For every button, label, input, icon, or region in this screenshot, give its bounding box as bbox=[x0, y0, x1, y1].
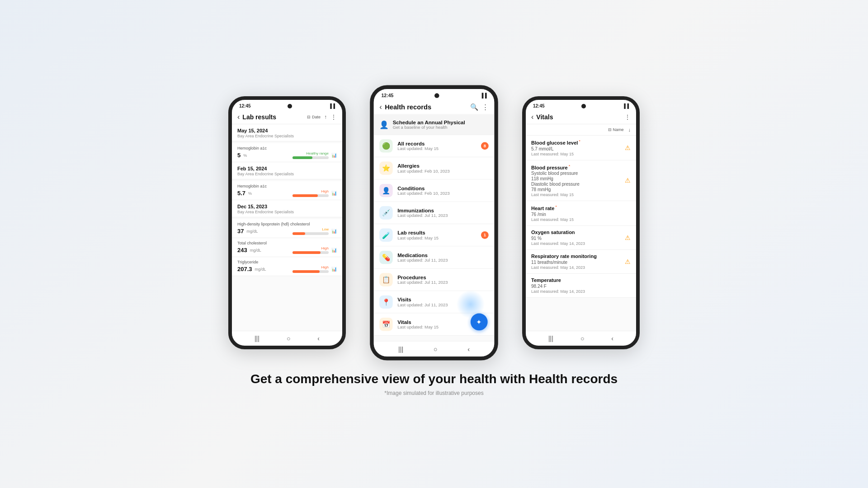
lab-bar-track-1 bbox=[292, 156, 329, 159]
lab-date-1: May 15, 2024 bbox=[237, 128, 337, 133]
nav-back-1[interactable]: ‹ bbox=[317, 335, 320, 342]
more-icon-1[interactable]: ⋮ bbox=[330, 113, 337, 121]
phone-lab-results: 12:45 ▐▐ ‹ Lab results ⊟ Date ↑ ⋮ May 15… bbox=[228, 96, 346, 349]
nav-home-3[interactable]: ○ bbox=[580, 335, 584, 342]
record-updated-lab: Last updated: May 15 bbox=[397, 235, 439, 240]
vital-blood-glucose[interactable]: Blood glucose level * 5.7 mmol/L Last me… bbox=[526, 136, 636, 160]
vital-heart-rate[interactable]: Heart rate * 76 /min Last measured: May … bbox=[526, 201, 636, 226]
camera-1 bbox=[288, 104, 292, 108]
signal-1: ▐▐ bbox=[329, 103, 335, 108]
vitals-sort-label[interactable]: ⊟ Name bbox=[608, 127, 624, 132]
lab-item-triglyceride[interactable]: Triglyceride 207.3 mg/dL High 📊 bbox=[232, 257, 342, 276]
signal-2: ▐▐ bbox=[480, 93, 487, 98]
warning-icon-respiratory: ⚠ bbox=[625, 258, 631, 265]
lab-bar-track-cholesterol bbox=[292, 251, 329, 254]
lab-item-hba1c-1[interactable]: Hemoglobin a1c 5 % Healthy range 📊 bbox=[232, 143, 342, 162]
lab-item-row-cholesterol: 243 mg/dL High 📊 bbox=[237, 246, 337, 254]
health-banner[interactable]: 👤 Schedule an Annual Physical Get a base… bbox=[374, 115, 495, 135]
vital-date-oxygen: Last measured: May 14, 2023 bbox=[531, 241, 631, 246]
record-text-immunizations: Immunizations Last updated: Jul 11, 2023 bbox=[397, 207, 448, 218]
nav-back-2[interactable]: ‹ bbox=[467, 345, 470, 353]
status-bar-1: 12:45 ▐▐ bbox=[232, 100, 342, 110]
more-icon-2[interactable]: ⋮ bbox=[482, 103, 489, 111]
record-name-immunizations: Immunizations bbox=[397, 207, 448, 213]
lab-chart-icon-triglyceride[interactable]: 📊 bbox=[331, 267, 337, 272]
lab-value-triglyceride: 207.3 bbox=[237, 266, 252, 272]
camera-2 bbox=[434, 93, 439, 98]
vital-name-oxygen: Oxygen saturation bbox=[531, 230, 631, 235]
vital-oxygen[interactable]: Oxygen saturation 91 % Last measured: Ma… bbox=[526, 226, 636, 250]
lab-item-hdl[interactable]: High-density lipoprotein (hdl) cholester… bbox=[232, 219, 342, 238]
warning-icon-bp: ⚠ bbox=[625, 177, 631, 184]
vital-name-bp: Blood pressure * bbox=[531, 164, 631, 170]
banner-title: Schedule an Annual Physical bbox=[393, 119, 465, 125]
lab-item-name-hba1c-1: Hemoglobin a1c bbox=[237, 146, 337, 150]
lab-date-3: Dec 15, 2023 bbox=[237, 204, 337, 209]
filter-icon-1[interactable]: ⊟ Date bbox=[307, 115, 321, 119]
lab-bar-fill-cholesterol bbox=[292, 251, 321, 254]
back-icon-2[interactable]: ‹ bbox=[379, 103, 382, 111]
record-immunizations[interactable]: 💉 Immunizations Last updated: Jul 11, 20… bbox=[374, 202, 495, 224]
record-text-medications: Medications Last updated: Jul 11, 2023 bbox=[397, 252, 448, 263]
health-records-title: Health records bbox=[385, 103, 470, 111]
lab-item-cholesterol[interactable]: Total cholesterol 243 mg/dL High 📊 bbox=[232, 238, 342, 257]
lab-chart-icon-1[interactable]: 📊 bbox=[331, 153, 337, 158]
record-name-procedures: Procedures bbox=[397, 274, 448, 280]
vital-date-respiratory: Last measured: May 14, 2023 bbox=[531, 265, 631, 270]
nav-home-2[interactable]: ○ bbox=[434, 345, 438, 353]
nav-home-1[interactable]: ○ bbox=[287, 335, 290, 342]
nav-bars-3[interactable]: ||| bbox=[548, 335, 553, 342]
record-medications[interactable]: 💊 Medications Last updated: Jul 11, 2023 bbox=[374, 247, 495, 269]
lab-unit-hba1c-1: % bbox=[243, 153, 247, 158]
record-visits[interactable]: 📍 Visits Last updated: Jul 11, 2023 bbox=[374, 291, 495, 313]
record-updated-medications: Last updated: Jul 11, 2023 bbox=[397, 258, 448, 263]
back-icon-3[interactable]: ‹ bbox=[531, 113, 533, 121]
phone-health-records: 12:45 ▐▐ ‹ Health records 🔍 ⋮ 👤 Schedule… bbox=[370, 85, 498, 361]
record-conditions[interactable]: 👤 Conditions Last updated: Feb 10, 2023 bbox=[374, 179, 495, 202]
lab-section-1: May 15, 2024 Bay Area Endocrine Speciali… bbox=[232, 124, 342, 141]
vitals-sort-arrow[interactable]: ↓ bbox=[628, 127, 631, 132]
lab-item-hba1c-2[interactable]: Hemoglobin a1c 5.7 % High 📊 bbox=[232, 181, 342, 200]
vitals-header: ‹ Vitals ⋮ bbox=[526, 110, 636, 124]
record-lab-results[interactable]: 🧪 Lab results Last updated: May 15 1 bbox=[374, 224, 495, 246]
lab-item-name-cholesterol: Total cholesterol bbox=[237, 241, 337, 245]
vital-respiratory[interactable]: Respiratory rate monitoring 11 breaths/m… bbox=[526, 250, 636, 274]
sort-icon-1[interactable]: ↑ bbox=[324, 114, 327, 120]
lab-bar-fill-1 bbox=[292, 156, 312, 159]
nav-back-3[interactable]: ‹ bbox=[611, 335, 613, 342]
record-allergies[interactable]: ⭐ Allergies Last updated: Feb 10, 2023 bbox=[374, 157, 495, 179]
record-all[interactable]: 🟢 All records Last updated: May 15 8 bbox=[374, 135, 495, 157]
nav-bars-1[interactable]: ||| bbox=[255, 335, 259, 342]
search-icon-2[interactable]: 🔍 bbox=[470, 103, 478, 111]
lab-chart-icon-hdl[interactable]: 📊 bbox=[331, 229, 337, 234]
record-text-visits: Visits Last updated: Jul 11, 2023 bbox=[397, 297, 448, 307]
nav-bar-3: ||| ○ ‹ bbox=[526, 331, 636, 346]
lab-unit-triglyceride: mg/dL bbox=[255, 267, 266, 272]
banner-sub: Get a baseline of your health bbox=[393, 125, 465, 130]
back-icon-1[interactable]: ‹ bbox=[237, 113, 240, 121]
vital-bp-diastolic-label: Diastolic blood pressure bbox=[531, 182, 631, 187]
record-updated-all: Last updated: May 15 bbox=[397, 146, 439, 151]
vital-date-bp: Last measured: May 15 bbox=[531, 192, 631, 197]
lab-chart-icon-2[interactable]: 📊 bbox=[331, 191, 337, 196]
record-name-medications: Medications bbox=[397, 252, 448, 258]
fab-button[interactable]: ✦ bbox=[471, 314, 488, 331]
more-icon-3[interactable]: ⋮ bbox=[624, 113, 631, 121]
caption-main: Get a comprehensive view of your health … bbox=[250, 372, 618, 386]
record-procedures[interactable]: 📋 Procedures Last updated: Jul 11, 2023 bbox=[374, 269, 495, 291]
caption-sub: *Image simulated for illustrative purpos… bbox=[250, 390, 618, 396]
time-1: 12:45 bbox=[239, 103, 251, 108]
record-updated-conditions: Last updated: Feb 10, 2023 bbox=[397, 191, 450, 196]
lab-value-hdl: 37 bbox=[237, 228, 244, 235]
lab-range-label-triglyceride: High bbox=[321, 265, 329, 269]
vital-value-respiratory: 11 breaths/minute bbox=[531, 260, 631, 265]
warning-icon-glucose: ⚠ bbox=[625, 144, 631, 151]
lab-chart-icon-cholesterol[interactable]: 📊 bbox=[331, 248, 337, 253]
record-name-allergies: Allergies bbox=[397, 163, 450, 169]
record-name-all: All records bbox=[397, 141, 439, 146]
vital-temperature[interactable]: Temperature 98.24 F Last measured: May 1… bbox=[526, 274, 636, 298]
vital-blood-pressure[interactable]: Blood pressure * Systolic blood pressure… bbox=[526, 160, 636, 202]
status-bar-2: 12:45 ▐▐ bbox=[374, 89, 495, 100]
nav-bars-2[interactable]: ||| bbox=[398, 345, 403, 353]
vital-name-glucose: Blood glucose level * bbox=[531, 139, 631, 145]
